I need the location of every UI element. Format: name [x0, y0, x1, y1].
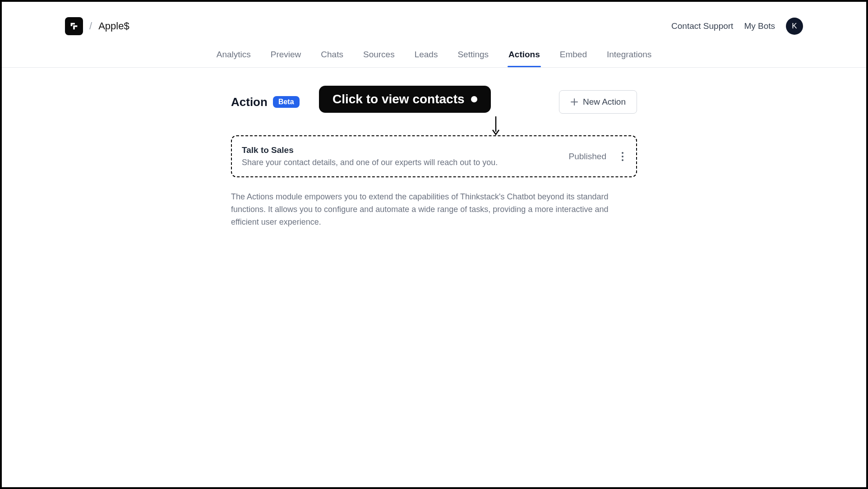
- plus-icon: [570, 98, 578, 106]
- header-left: / Apple$: [20, 17, 129, 35]
- tab-actions[interactable]: Actions: [508, 43, 541, 67]
- breadcrumb-separator: /: [89, 20, 92, 32]
- kebab-menu-icon[interactable]: [619, 149, 626, 164]
- tooltip-text: Click to view contacts: [332, 92, 465, 106]
- avatar[interactable]: K: [786, 18, 803, 35]
- arrow-down-icon: [491, 116, 500, 136]
- action-description: Share your contact details, and one of o…: [242, 158, 498, 167]
- title-row: Action Beta Click to view contacts New A…: [231, 90, 637, 114]
- logo-svg: [69, 21, 79, 31]
- tabs-navigation: Analytics Preview Chats Sources Leads Se…: [2, 42, 866, 68]
- title-left: Action Beta: [231, 95, 300, 109]
- tooltip-dot-icon: [471, 96, 477, 102]
- action-title: Talk to Sales: [242, 145, 498, 155]
- tab-sources[interactable]: Sources: [362, 43, 396, 67]
- tab-leads[interactable]: Leads: [414, 43, 439, 67]
- header-right: Contact Support My Bots K: [671, 18, 848, 35]
- tab-embed[interactable]: Embed: [559, 43, 588, 67]
- breadcrumb-bot-name[interactable]: Apple$: [98, 20, 129, 32]
- my-bots-link[interactable]: My Bots: [744, 21, 775, 31]
- action-card-right: Published: [569, 149, 626, 164]
- header: / Apple$ Contact Support My Bots K: [2, 2, 866, 42]
- tab-integrations[interactable]: Integrations: [606, 43, 652, 67]
- tooltip-callout: Click to view contacts: [319, 86, 491, 113]
- tab-chats[interactable]: Chats: [320, 43, 344, 67]
- tab-preview[interactable]: Preview: [270, 43, 302, 67]
- status-badge: Published: [569, 152, 606, 161]
- info-text: The Actions module empowers you to exten…: [231, 191, 637, 229]
- new-action-label: New Action: [583, 97, 626, 107]
- tab-settings[interactable]: Settings: [457, 43, 489, 67]
- tab-analytics[interactable]: Analytics: [216, 43, 252, 67]
- beta-badge: Beta: [273, 96, 300, 108]
- contact-support-link[interactable]: Contact Support: [671, 21, 733, 31]
- action-card-left: Talk to Sales Share your contact details…: [242, 145, 498, 167]
- logo-icon[interactable]: [65, 17, 83, 35]
- page-title: Action: [231, 95, 268, 109]
- action-card[interactable]: Talk to Sales Share your contact details…: [231, 135, 637, 177]
- new-action-button[interactable]: New Action: [559, 90, 637, 114]
- main-content: Action Beta Click to view contacts New A…: [231, 68, 637, 229]
